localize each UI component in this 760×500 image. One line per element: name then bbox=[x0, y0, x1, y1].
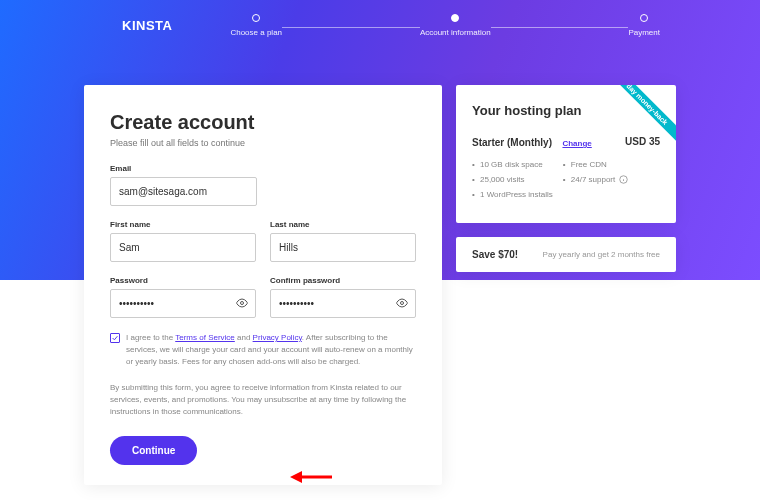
page-subtitle: Please fill out all fields to continue bbox=[110, 138, 416, 148]
promo-card[interactable]: Save $70! Pay yearly and get 2 months fr… bbox=[456, 237, 676, 272]
lastname-field[interactable] bbox=[270, 233, 416, 262]
lastname-label: Last name bbox=[270, 220, 416, 229]
firstname-label: First name bbox=[110, 220, 256, 229]
legal-text: I agree to the Terms of Service and Priv… bbox=[126, 332, 416, 368]
continue-button[interactable]: Continue bbox=[110, 436, 197, 465]
privacy-link[interactable]: Privacy Policy bbox=[253, 333, 302, 342]
password-field[interactable] bbox=[110, 289, 256, 318]
progress-steps: Choose a plan Account information Paymen… bbox=[230, 14, 760, 37]
email-field[interactable] bbox=[110, 177, 257, 206]
step-account-info: Account information bbox=[420, 14, 491, 37]
submission-disclaimer: By submitting this form, you agree to re… bbox=[110, 382, 416, 418]
feature-item: 10 GB disk space bbox=[472, 160, 553, 169]
agree-checkbox[interactable] bbox=[110, 333, 120, 343]
annotation-arrow-icon bbox=[290, 468, 332, 486]
plan-price: USD 35 bbox=[625, 136, 660, 147]
step-payment: Payment bbox=[628, 14, 660, 37]
email-label: Email bbox=[110, 164, 416, 173]
info-icon[interactable] bbox=[619, 175, 628, 184]
eye-icon[interactable] bbox=[396, 295, 408, 313]
plan-name: Starter (Monthly) bbox=[472, 137, 552, 148]
svg-point-1 bbox=[401, 301, 404, 304]
promo-title: Save $70! bbox=[472, 249, 518, 260]
feature-item: Free CDN bbox=[563, 160, 628, 169]
plan-heading: Your hosting plan bbox=[472, 103, 660, 118]
page-title: Create account bbox=[110, 111, 416, 134]
feature-item: 1 WordPress installs bbox=[472, 190, 553, 199]
eye-icon[interactable] bbox=[236, 295, 248, 313]
tos-link[interactable]: Terms of Service bbox=[175, 333, 235, 342]
confirm-password-label: Confirm password bbox=[270, 276, 416, 285]
svg-marker-4 bbox=[290, 471, 302, 483]
feature-item: 24/7 support bbox=[563, 175, 628, 184]
create-account-card: Create account Please fill out all field… bbox=[84, 85, 442, 485]
firstname-field[interactable] bbox=[110, 233, 256, 262]
change-plan-link[interactable]: Change bbox=[562, 139, 591, 148]
feature-item: 25,000 visits bbox=[472, 175, 553, 184]
password-label: Password bbox=[110, 276, 256, 285]
svg-point-0 bbox=[241, 301, 244, 304]
step-choose-plan: Choose a plan bbox=[230, 14, 282, 37]
promo-sub: Pay yearly and get 2 months free bbox=[543, 250, 660, 259]
hosting-plan-card: 30-day money-back Your hosting plan Star… bbox=[456, 85, 676, 223]
brand-logo: KINSTA bbox=[122, 18, 172, 33]
confirm-password-field[interactable] bbox=[270, 289, 416, 318]
